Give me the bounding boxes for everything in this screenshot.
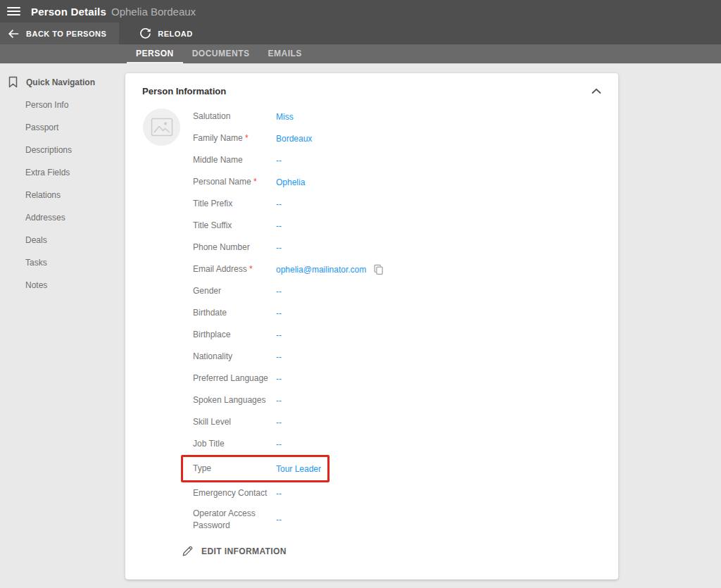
field-row: Operator Access Password * -- xyxy=(193,504,618,535)
field-row: Spoken Languages * -- xyxy=(193,389,618,411)
field-row: Title Prefix * -- xyxy=(193,193,618,215)
field-value-text: -- xyxy=(276,330,282,340)
field-label-text: Preferred Language xyxy=(193,373,268,383)
field-row: Job Title * -- xyxy=(193,433,618,455)
chevron-up-icon[interactable] xyxy=(591,88,601,94)
person-details-page: { "header": { "title": "Person Details",… xyxy=(0,0,721,588)
copy-icon[interactable] xyxy=(373,264,384,275)
field-label: Email Address * xyxy=(193,263,276,275)
field-value-text: -- xyxy=(276,199,282,209)
tab-person[interactable]: PERSON xyxy=(127,44,183,63)
field-label: Job Title * xyxy=(193,438,276,450)
field-value-text: -- xyxy=(276,374,282,384)
field-value: -- xyxy=(276,287,282,296)
field-value: -- xyxy=(276,515,282,525)
app-header: Person Details Ophelia Bordeaux xyxy=(0,0,721,23)
field-value: -- xyxy=(276,439,282,449)
field-value: Miss xyxy=(276,112,294,122)
field-label-text: Nationality xyxy=(193,351,232,361)
field-label-text: Family Name xyxy=(193,133,243,143)
field-label: Title Prefix * xyxy=(193,198,276,210)
sidebar-item-label: Tasks xyxy=(25,258,47,268)
field-label-text: Gender xyxy=(193,286,221,296)
field-row: Skill Level * -- xyxy=(193,411,618,433)
field-value-text: Tour Leader xyxy=(276,464,321,474)
field-row: Middle Name * -- xyxy=(193,149,618,171)
field-value: Ophelia xyxy=(276,177,305,187)
field-label: Nationality * xyxy=(193,351,276,363)
field-value-text: -- xyxy=(276,352,282,362)
back-button-label: BACK TO PERSONS xyxy=(26,30,106,38)
sidebar-item-label: Person Info xyxy=(25,100,68,110)
field-row: Nationality * -- xyxy=(193,346,618,368)
field-value-text: -- xyxy=(276,515,282,525)
field-value: -- xyxy=(276,330,282,340)
field-label: Preferred Language * xyxy=(193,373,276,384)
card-header: Person Information xyxy=(125,73,618,106)
field-value: -- xyxy=(276,243,282,253)
field-value-text: -- xyxy=(276,418,282,427)
field-row: Salutation * Miss xyxy=(193,106,618,127)
field-value: -- xyxy=(276,199,282,209)
sidebar-item[interactable]: Passport xyxy=(0,116,125,139)
field-row: Family Name * Bordeaux xyxy=(193,127,618,149)
sidebar-item-label: Addresses xyxy=(25,213,65,223)
field-row: Email Address * ophelia@mailinator.com xyxy=(193,258,618,280)
field-label-text: Email Address xyxy=(193,264,247,274)
sidebar-item-label: Descriptions xyxy=(25,145,72,155)
field-value-text: -- xyxy=(276,287,282,296)
sidebar-item[interactable]: Addresses xyxy=(0,206,125,229)
field-label: Salutation * xyxy=(193,111,276,123)
sidebar-item-label: Relations xyxy=(25,190,61,200)
tab-documents[interactable]: DOCUMENTS xyxy=(183,44,259,63)
sidebar-item[interactable]: Relations xyxy=(0,184,125,206)
action-bar: BACK TO PERSONS RELOAD xyxy=(0,23,721,44)
field-label: Title Suffix * xyxy=(193,220,276,232)
field-label: Birthdate * xyxy=(193,307,276,319)
card-body: Salutation * Miss Family Name * Bordeaux xyxy=(125,106,618,560)
field-value: -- xyxy=(276,308,282,318)
field-label: Spoken Languages * xyxy=(193,394,276,406)
field-value: Tour Leader xyxy=(276,464,321,474)
field-label-text: Skill Level xyxy=(193,417,231,427)
field-label: Operator Access Password * xyxy=(193,508,276,532)
sidebar-item-label: Extra Fields xyxy=(25,168,70,177)
sidebar-item[interactable]: Deals xyxy=(0,229,125,251)
field-row: Title Suffix * -- xyxy=(193,215,618,237)
sidebar-item[interactable]: Extra Fields xyxy=(0,161,125,184)
field-label: Gender * xyxy=(193,285,276,297)
field-label: Personal Name * xyxy=(193,176,276,188)
field-label-text: Type xyxy=(193,463,211,473)
field-value: Bordeaux xyxy=(276,134,312,144)
reload-button[interactable]: RELOAD xyxy=(127,23,205,44)
field-row: Type * Tour Leader xyxy=(181,455,330,482)
sidebar-item[interactable]: Notes xyxy=(0,274,125,296)
field-label-text: Emergency Contact xyxy=(193,488,267,498)
field-label-text: Birthplace xyxy=(193,330,230,339)
sidebar-item[interactable]: Tasks xyxy=(0,251,125,274)
edit-button-label: EDIT INFORMATION xyxy=(201,546,287,556)
field-value-text: Miss xyxy=(276,112,294,122)
edit-information-button[interactable]: EDIT INFORMATION xyxy=(182,546,287,557)
tab-emails[interactable]: EMAILS xyxy=(259,44,311,63)
tab-bar: PERSON DOCUMENTS EMAILS xyxy=(0,44,721,63)
required-asterisk: * xyxy=(245,133,249,143)
field-value-text: -- xyxy=(276,156,282,165)
sidebar-item[interactable]: Person Info xyxy=(0,94,125,116)
field-label: Middle Name * xyxy=(193,154,276,166)
field-label-text: Operator Access Password xyxy=(193,508,256,530)
sidebar-item[interactable]: Descriptions xyxy=(0,139,125,161)
back-arrow-icon xyxy=(8,28,19,39)
field-label-text: Middle Name xyxy=(193,155,243,165)
menu-icon[interactable] xyxy=(7,7,20,15)
field-value: -- xyxy=(276,221,282,231)
quick-navigation-header: Quick Navigation xyxy=(0,70,125,94)
back-to-persons-button[interactable]: BACK TO PERSONS xyxy=(0,23,119,44)
required-asterisk: * xyxy=(249,264,253,274)
page-subtitle: Ophelia Bordeaux xyxy=(111,6,196,18)
field-label: Birthplace * xyxy=(193,329,276,341)
avatar xyxy=(143,108,180,146)
field-value: ophelia@mailinator.com xyxy=(276,264,384,275)
field-label: Emergency Contact * xyxy=(193,487,276,499)
sidebar-items: Person Info Passport Descriptions Extra … xyxy=(0,94,125,296)
